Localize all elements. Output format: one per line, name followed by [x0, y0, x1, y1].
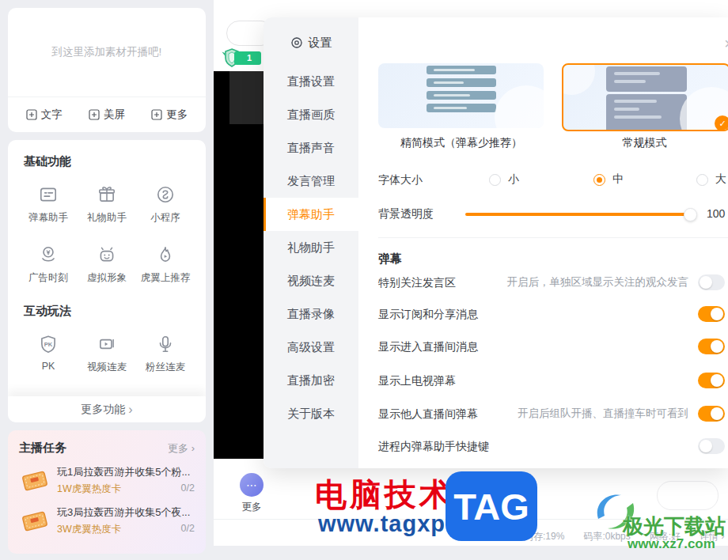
- feature-virtual-avatar[interactable]: 虚拟形象: [78, 242, 136, 285]
- interactive-section-title: 互动玩法: [19, 304, 195, 319]
- more-dots-icon: ⋯: [246, 479, 257, 491]
- menu-item-danmaku-assistant[interactable]: 弹幕助手: [264, 198, 358, 231]
- feature-gift-assistant[interactable]: 礼物助手: [78, 182, 136, 225]
- toggle-other-room[interactable]: [698, 406, 725, 422]
- menu-item-live-settings[interactable]: 直播设置: [264, 65, 358, 98]
- menu-item-live-quality[interactable]: 直播画质: [264, 98, 358, 131]
- menu-item-live-encrypt[interactable]: 直播加密: [264, 364, 358, 397]
- font-size-radio-large[interactable]: 大: [696, 172, 726, 187]
- toolbar-pill-button[interactable]: [657, 481, 719, 510]
- task-title: 玩1局拉轰西游并收集5个粉...: [57, 465, 195, 479]
- statusbar-divider: [214, 519, 728, 520]
- feature-ad-moment[interactable]: 广告时刻: [19, 242, 78, 285]
- feature-mini-program[interactable]: 小程序: [136, 182, 195, 225]
- svg-text:PK: PK: [44, 341, 53, 348]
- feature-fan-link[interactable]: 粉丝连麦: [136, 331, 195, 374]
- mode-simple-label: 精简模式（弹幕少推荐）: [358, 136, 564, 150]
- tasks-more-link[interactable]: 更多 ›: [168, 441, 195, 456]
- opacity-slider-track[interactable]: [465, 213, 690, 216]
- settings-content: × ✓ 精简模式（弹幕少推荐） 常规模式 字体大小 小: [358, 17, 728, 468]
- font-size-label: 字体大小: [378, 173, 423, 187]
- status-detail-link[interactable]: 详情 ›: [700, 530, 724, 543]
- pk-shield-icon: PK: [38, 334, 59, 354]
- feature-huya-recommend[interactable]: 虎翼上推荐: [136, 242, 195, 285]
- menu-item-speech-manage[interactable]: 发言管理: [264, 165, 358, 198]
- more-features-button[interactable]: 更多功能 ›: [8, 396, 206, 422]
- setting-row-hotkey: 进程内弹幕助手快捷键: [358, 437, 728, 456]
- feature-danmaku-assistant[interactable]: 弹幕助手: [19, 182, 78, 225]
- setting-row-subscribe-share: 显示订阅和分享消息: [358, 305, 728, 324]
- video-frames-icon: [97, 334, 117, 354]
- toggle-special-follow[interactable]: [698, 274, 725, 290]
- selected-check-icon: ✓: [715, 115, 728, 131]
- mode-card-simple[interactable]: [378, 63, 544, 128]
- plus-square-icon: [151, 109, 162, 120]
- mode-card-normal[interactable]: ✓: [562, 63, 728, 131]
- setting-hint: 开启后组队开播、直播撞车时可看到: [518, 404, 688, 423]
- close-icon[interactable]: ×: [724, 35, 728, 53]
- task-title: 玩3局拉轰西游并收集5个夜...: [57, 505, 195, 520]
- menu-item-live-record[interactable]: 直播录像: [264, 297, 358, 331]
- task-progress: 0/2: [181, 523, 195, 536]
- feature-video-link[interactable]: 视频连麦: [78, 331, 136, 374]
- avatar-robot-icon: [97, 244, 117, 265]
- radio-circle-icon: [696, 174, 708, 186]
- radio-circle-icon: [593, 174, 605, 186]
- anchor-tasks-panel: 主播任务 更多 › 玩1局拉轰西游并收集5个粉... 1W虎翼热度卡 0/2 玩…: [8, 430, 206, 554]
- toggle-enter-room[interactable]: [698, 339, 725, 354]
- task-row[interactable]: 玩3局拉轰西游并收集5个夜... 3W虎翼热度卡 0/2: [19, 505, 195, 536]
- menu-item-live-sound[interactable]: 直播声音: [264, 131, 358, 165]
- status-bar: CPU:2% 内存:19% 码率:0kbps 网络:好 详情 ›: [468, 530, 724, 543]
- chevron-right-icon: ›: [191, 442, 195, 454]
- toolbar-more-button[interactable]: ⋯: [240, 473, 264, 497]
- gear-icon: [290, 36, 303, 49]
- functions-panel: 基础功能 弹幕助手 礼物助手 小程序 广告时刻 虚拟形象: [8, 140, 206, 422]
- status-network: 网络:好: [650, 530, 681, 543]
- task-reward: 1W虎翼热度卡: [57, 482, 121, 496]
- opacity-slider-knob[interactable]: [684, 208, 697, 221]
- menu-item-advanced[interactable]: 高级设置: [264, 331, 358, 364]
- material-dropzone[interactable]: 到这里添加素材开播吧!: [8, 8, 206, 97]
- task-progress: 0/2: [181, 482, 195, 496]
- microphone-icon: [155, 334, 176, 354]
- level-badge-count: 1: [234, 51, 261, 65]
- settings-title: 设置: [264, 35, 358, 51]
- chevron-right-icon: ›: [128, 403, 132, 417]
- font-size-radio-small[interactable]: 小: [489, 172, 519, 187]
- flame-play-icon: [155, 244, 176, 265]
- tasks-title: 主播任务: [19, 441, 66, 456]
- plus-square-icon: [26, 109, 37, 120]
- add-more-button[interactable]: 更多: [151, 108, 188, 122]
- material-panel: 到这里添加素材开播吧! 文字 美屏 更多: [8, 8, 206, 132]
- material-placeholder: 到这里添加素材开播吧!: [52, 45, 162, 59]
- toggle-subscribe-share[interactable]: [698, 306, 725, 322]
- settings-menu: 设置 直播设置 直播画质 直播声音 发言管理 弹幕助手 礼物助手 视频连麦 直播…: [264, 17, 358, 468]
- toggle-on-tv[interactable]: [698, 373, 725, 388]
- task-row[interactable]: 玩1局拉轰西游并收集5个粉... 1W虎翼热度卡 0/2: [19, 465, 195, 496]
- font-size-radio-medium[interactable]: 中: [593, 172, 624, 187]
- status-memory: 内存:19%: [524, 530, 564, 543]
- plus-square-icon: [89, 109, 100, 120]
- setting-row-special-follow: 特别关注发言区 开启后，单独区域显示关注的观众发言: [358, 273, 728, 292]
- feature-pk[interactable]: PK PK: [19, 331, 78, 374]
- menu-item-gift-assistant[interactable]: 礼物助手: [264, 231, 358, 264]
- basic-feature-grid: 弹幕助手 礼物助手 小程序 广告时刻 虚拟形象 虎翼上推荐: [19, 182, 195, 285]
- toolbar-more-label: 更多: [231, 501, 272, 514]
- heat-card-ticket-icon: [19, 467, 51, 494]
- basic-section-title: 基础功能: [19, 154, 195, 169]
- opacity-label: 背景透明度: [378, 207, 434, 221]
- radio-circle-icon: [489, 174, 501, 186]
- app-window: 1 ⋯ 更多 CPU:2% 内存:19% 码率:0kbps 网络:好 详情 › …: [0, 0, 728, 560]
- setting-row-on-tv: 显示上电视弹幕: [358, 371, 728, 390]
- add-text-button[interactable]: 文字: [26, 108, 63, 122]
- status-bitrate: 码率:0kbps: [583, 530, 630, 543]
- menu-item-about[interactable]: 关于版本: [264, 397, 358, 430]
- gift-icon: [97, 184, 117, 205]
- chevron-right-icon: ›: [721, 531, 724, 542]
- menu-item-video-link[interactable]: 视频连麦: [264, 264, 358, 297]
- toggle-hotkey[interactable]: [698, 438, 725, 454]
- setting-row-other-room: 显示他人直播间弹幕 开启后组队开播、直播撞车时可看到: [358, 404, 728, 423]
- mode-normal-label: 常规模式: [562, 136, 727, 150]
- heat-card-ticket-icon: [19, 508, 51, 534]
- add-beautify-button[interactable]: 美屏: [89, 108, 125, 122]
